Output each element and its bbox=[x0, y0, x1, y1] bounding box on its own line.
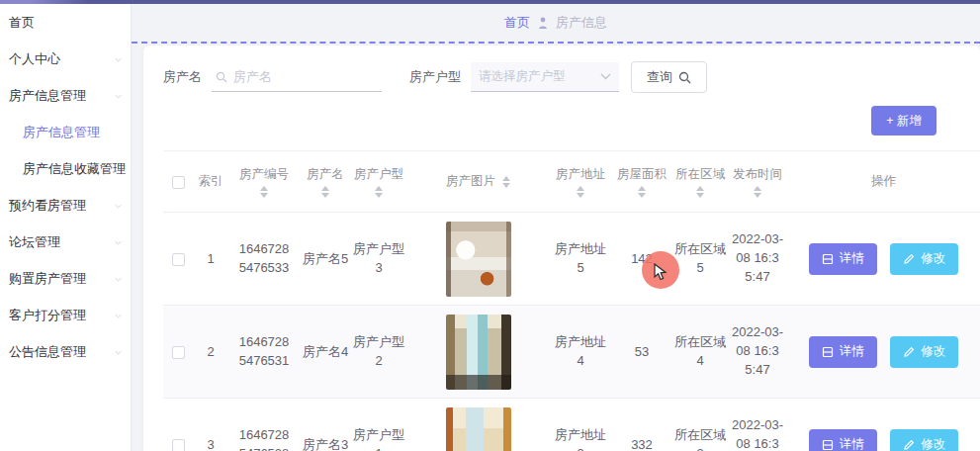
column-header-index: 索引 bbox=[199, 173, 223, 190]
column-header-address: 房产地址 bbox=[556, 166, 605, 183]
query-button[interactable]: 查询 bbox=[631, 61, 707, 93]
property-photo[interactable] bbox=[446, 407, 511, 451]
chevron-down-icon bbox=[115, 349, 122, 356]
sort-icon[interactable] bbox=[577, 186, 584, 198]
cell-type: 房产户型2 bbox=[353, 333, 404, 371]
edit-button[interactable]: 修改 bbox=[890, 243, 958, 275]
sidebar-item-label: 个人中心 bbox=[9, 51, 60, 66]
sidebar-item-label: 预约看房管理 bbox=[9, 198, 86, 213]
document-icon bbox=[822, 439, 834, 451]
chevron-down-icon bbox=[600, 73, 611, 80]
sidebar: 首页 个人中心 房产信息管理 房产信息管理 房产信息收藏管理 预约看房管理 论坛… bbox=[0, 4, 132, 451]
sidebar-item-label: 房产信息管理 bbox=[9, 88, 86, 103]
cell-area: 53 bbox=[611, 306, 672, 399]
sort-icon[interactable] bbox=[754, 186, 761, 198]
sidebar-item-purchase-mgmt[interactable]: 购置房产管理 bbox=[0, 260, 131, 297]
chevron-down-icon bbox=[115, 239, 122, 246]
query-button-label: 查询 bbox=[647, 68, 672, 86]
sort-icon[interactable] bbox=[638, 186, 646, 198]
property-photo[interactable] bbox=[446, 315, 511, 390]
main-content: 首页 房产信息 房产名 房产户型 请选择房产户型 查询 + 新增 bbox=[132, 4, 980, 451]
chevron-down-icon bbox=[115, 313, 122, 319]
cell-address: 房产地址4 bbox=[552, 333, 609, 371]
sidebar-subitem-property-info-mgmt[interactable]: 房产信息管理 bbox=[0, 114, 131, 150]
column-header-photo: 房产图片 bbox=[446, 173, 495, 190]
breadcrumb: 首页 房产信息 bbox=[132, 4, 980, 44]
cell-time: 2022-03-08 16:35:47 bbox=[731, 323, 784, 380]
sidebar-item-label: 首页 bbox=[9, 15, 35, 30]
sort-icon[interactable] bbox=[321, 186, 329, 198]
pencil-icon bbox=[903, 439, 915, 451]
property-photo[interactable] bbox=[446, 222, 511, 297]
edit-button[interactable]: 修改 bbox=[890, 429, 958, 451]
toolbar: + 新增 bbox=[163, 106, 936, 135]
property-table: 索引 房产编号 房产名 房产户型 房产图片 房产地址 房屋面积 所在区域 发布时… bbox=[163, 150, 980, 451]
cell-region: 所在区域3 bbox=[674, 426, 726, 451]
detail-button[interactable]: 详情 bbox=[809, 243, 877, 275]
row-checkbox[interactable] bbox=[172, 253, 185, 266]
sort-icon[interactable] bbox=[502, 176, 510, 188]
cell-name: 房产名3 bbox=[300, 399, 351, 451]
sort-icon[interactable] bbox=[260, 186, 268, 198]
select-all-checkbox[interactable] bbox=[172, 176, 185, 189]
detail-button[interactable]: 详情 bbox=[809, 429, 877, 451]
table-row: 1 16467285476533 房产名5 房产户型3 房产地址5 142 所在… bbox=[163, 213, 980, 306]
pencil-icon bbox=[903, 253, 915, 265]
edit-button[interactable]: 修改 bbox=[890, 336, 958, 368]
column-header-actions: 操作 bbox=[871, 173, 896, 190]
detail-button-label: 详情 bbox=[840, 343, 864, 360]
sidebar-item-viewing-appointment-mgmt[interactable]: 预约看房管理 bbox=[0, 187, 131, 224]
chevron-down-icon bbox=[115, 203, 122, 210]
cell-region: 所在区域4 bbox=[674, 333, 726, 371]
sidebar-item-personal-center[interactable]: 个人中心 bbox=[0, 41, 131, 77]
row-checkbox[interactable] bbox=[172, 346, 185, 359]
search-form: 房产名 房产户型 请选择房产户型 查询 bbox=[163, 61, 980, 93]
cell-index: 2 bbox=[193, 306, 228, 399]
detail-button[interactable]: 详情 bbox=[809, 336, 877, 368]
sidebar-item-label: 论坛管理 bbox=[9, 234, 60, 249]
breadcrumb-home-link[interactable]: 首页 bbox=[504, 14, 530, 32]
cell-index: 3 bbox=[193, 399, 228, 451]
cell-region: 所在区域5 bbox=[674, 240, 726, 278]
cell-name: 房产名4 bbox=[300, 306, 351, 399]
column-header-area: 房屋面积 bbox=[617, 166, 667, 183]
document-icon bbox=[822, 346, 834, 358]
chevron-down-icon bbox=[115, 56, 122, 63]
search-icon bbox=[678, 71, 691, 84]
property-name-label: 房产名 bbox=[163, 68, 202, 86]
sidebar-item-label: 客户打分管理 bbox=[9, 308, 86, 322]
edit-button-label: 修改 bbox=[921, 436, 945, 451]
sidebar-item-label: 公告信息管理 bbox=[9, 344, 86, 359]
cell-time: 2022-03-08 16:35:47 bbox=[731, 416, 784, 451]
sidebar-item-forum-mgmt[interactable]: 论坛管理 bbox=[0, 224, 131, 260]
document-icon bbox=[822, 253, 834, 265]
table-header-row: 索引 房产编号 房产名 房产户型 房产图片 房产地址 房屋面积 所在区域 发布时… bbox=[163, 151, 980, 213]
edit-button-label: 修改 bbox=[921, 250, 945, 267]
row-checkbox[interactable] bbox=[172, 439, 185, 451]
sort-icon[interactable] bbox=[696, 186, 704, 198]
sidebar-item-label: 房产信息收藏管理 bbox=[23, 161, 126, 176]
breadcrumb-icon bbox=[538, 17, 548, 30]
search-icon bbox=[216, 71, 227, 83]
sidebar-subitem-property-favorites-mgmt[interactable]: 房产信息收藏管理 bbox=[0, 150, 131, 187]
sort-icon[interactable] bbox=[375, 186, 383, 198]
sidebar-item-home[interactable]: 首页 bbox=[0, 4, 131, 41]
cell-code: 16467285476538 bbox=[237, 426, 291, 451]
sidebar-item-announcement-mgmt[interactable]: 公告信息管理 bbox=[0, 333, 131, 370]
column-header-name: 房产名 bbox=[307, 166, 344, 183]
add-button[interactable]: + 新增 bbox=[871, 106, 936, 135]
table-row: 3 16467285476538 房产名3 房产户型1 房产地址3 332 所在… bbox=[163, 399, 980, 451]
sidebar-item-customer-rating-mgmt[interactable]: 客户打分管理 bbox=[0, 297, 131, 333]
column-header-time: 发布时间 bbox=[733, 166, 782, 183]
detail-button-label: 详情 bbox=[840, 436, 864, 451]
column-header-region: 所在区域 bbox=[675, 166, 725, 183]
property-type-placeholder: 请选择房产户型 bbox=[479, 68, 566, 85]
edit-button-label: 修改 bbox=[921, 343, 945, 360]
table-row: 2 16467285476531 房产名4 房产户型2 房产地址4 53 所在区… bbox=[163, 306, 980, 399]
property-name-input[interactable] bbox=[233, 69, 362, 84]
property-type-select[interactable]: 请选择房产户型 bbox=[471, 62, 619, 92]
chevron-down-icon bbox=[115, 276, 122, 283]
cell-type: 房产户型3 bbox=[353, 240, 404, 278]
cell-type: 房产户型1 bbox=[353, 426, 404, 451]
sidebar-item-property-info-mgmt[interactable]: 房产信息管理 bbox=[0, 77, 131, 114]
